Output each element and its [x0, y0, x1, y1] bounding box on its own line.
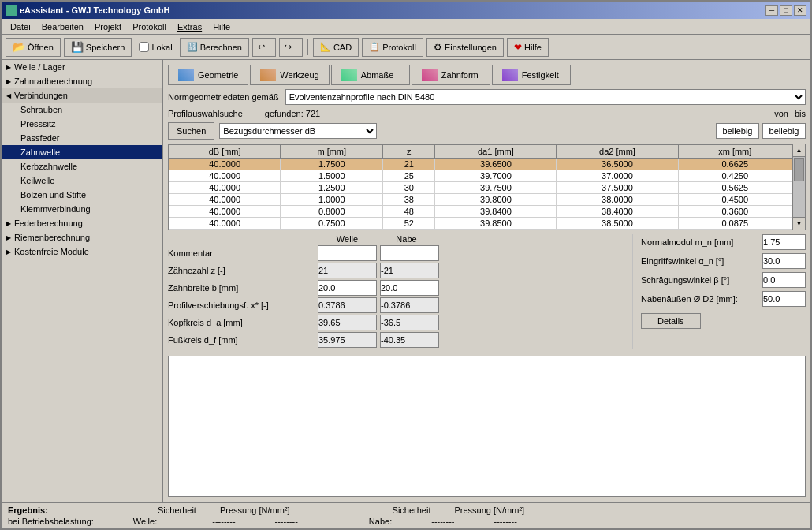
kopfkreis-label: Kopfkreis d_a [mm] — [168, 318, 318, 327]
settings-button[interactable]: ⚙ Einstellungen — [426, 38, 504, 57]
pressung2-header: Pressung [N/mm²] — [454, 506, 524, 515]
profilauswahl-label: Profilauswahlsuche — [168, 109, 243, 118]
open-button[interactable]: 📂 Öffnen — [6, 38, 61, 57]
local-checkbox[interactable] — [139, 42, 149, 52]
table-row[interactable]: 40.0000 1.2500 30 39.7500 37.5000 0.5625 — [169, 182, 792, 194]
redo-button[interactable]: ↪ — [279, 38, 303, 57]
zahnbreite-nabe-input[interactable] — [380, 280, 439, 296]
zahnzahl-welle-input[interactable] — [318, 263, 377, 278]
menu-datei[interactable]: Datei — [6, 21, 35, 33]
col-header-m: m [mm] — [281, 145, 383, 159]
kopfkreis-welle-input[interactable] — [318, 315, 377, 330]
open-icon: 📂 — [13, 41, 25, 53]
bis-input[interactable] — [762, 123, 806, 139]
table-row[interactable]: 40.0000 0.8000 48 39.8400 38.4000 0.3600 — [169, 206, 792, 218]
sidebar-item-klemm[interactable]: Klemmverbindung — [2, 202, 162, 216]
welle-header-label: Welle — [318, 234, 377, 244]
normalmodul-label: Normalmodul m_n [mm] — [641, 237, 733, 247]
sidebar-item-presssitz[interactable]: Presssitz — [2, 117, 162, 131]
kommentar-label: Kommentar — [168, 248, 318, 258]
sidebar-item-zahnwelle[interactable]: Zahnwelle — [2, 145, 162, 159]
nabe-label-bottom: Nabe: — [369, 517, 392, 526]
fusskreis-nabe-input[interactable] — [380, 332, 439, 348]
nabenausen-row: Nabenäußen Ø D2 [mm]: — [641, 291, 806, 307]
sidebar-item-verbindungen[interactable]: ◀ Verbindungen — [2, 88, 162, 103]
sidebar-item-keilwelle[interactable]: Keilwelle — [2, 174, 162, 188]
sidebar-item-riemen[interactable]: ▶ Riemenberechnung — [2, 230, 162, 244]
sidebar-item-passfeder[interactable]: Passfeder — [2, 131, 162, 145]
sidebar-item-kostenfreie[interactable]: ▶ Kostenfreie Module — [2, 244, 162, 259]
zahnbreite-welle-input[interactable] — [318, 280, 377, 296]
scroll-thumb[interactable] — [794, 158, 804, 181]
col-header-db: dB [mm] — [169, 145, 281, 159]
kommentar-nabe-input[interactable] — [380, 245, 439, 261]
nabe-header-label: Nabe — [377, 234, 436, 244]
minimize-button[interactable]: ─ — [765, 5, 778, 16]
right-params: Normalmodul m_n [mm] Eingriffswinkel α_n… — [632, 234, 806, 349]
profilverschiebung-welle-input[interactable] — [318, 297, 377, 313]
search-controls: Suchen Bezugsdurchmesser dB — [168, 122, 806, 140]
schraegungswinkel-input[interactable] — [762, 272, 806, 288]
zahnzahl-nabe-input[interactable] — [380, 263, 439, 278]
geometrie-icon — [178, 69, 194, 81]
table-scroll-container[interactable]: dB [mm] m [mm] z da1 [mm] da2 [mm] xm [m… — [169, 144, 805, 230]
profilverschiebung-nabe-input[interactable] — [380, 297, 439, 313]
sidebar-item-kerbzahnwelle[interactable]: Kerbzahnwelle — [2, 159, 162, 174]
menu-hilfe[interactable]: Hilfe — [208, 21, 235, 33]
calculate-button[interactable]: 🔢 Berechnen — [180, 38, 249, 57]
von-input[interactable] — [716, 123, 759, 139]
undo-button[interactable]: ↩ — [252, 38, 276, 57]
welle-nabe-header: Welle Nabe — [168, 234, 624, 244]
menu-extras[interactable]: Extras — [173, 21, 207, 33]
save-button[interactable]: 💾 Speichern — [64, 38, 132, 57]
norm-select[interactable]: Evolventenzahnprofile nach DIN 5480 — [285, 89, 806, 105]
sidebar-item-zahnrad[interactable]: ▶ Zahnradberechnung — [2, 74, 162, 88]
welle-label-bottom: Welle: — [133, 517, 157, 526]
profilverschiebung-row: Profilverschiebungsf. x* [-] — [168, 297, 624, 313]
abmasse-icon — [341, 69, 357, 81]
kommentar-welle-input[interactable] — [318, 245, 377, 261]
tab-werkzeug[interactable]: Werkzeug — [250, 65, 329, 85]
sidebar-item-feder[interactable]: ▶ Federberechnung — [2, 216, 162, 230]
left-params: Welle Nabe Kommentar Zähnezahl z [-] — [168, 234, 624, 349]
menu-bearbeiten[interactable]: Bearbeiten — [37, 21, 88, 33]
sidebar-item-bolzen[interactable]: Bolzen und Stifte — [2, 188, 162, 202]
results-header: Ergebnis: Sicherheit Pressung [N/mm²] Si… — [8, 506, 804, 515]
search-dropdown[interactable]: Bezugsdurchmesser dB — [219, 123, 377, 139]
protocol-icon: 📋 — [369, 42, 380, 52]
close-button[interactable]: ✕ — [794, 5, 806, 16]
scroll-up-button[interactable]: ▲ — [793, 144, 805, 157]
notes-area[interactable] — [168, 356, 806, 497]
toolbar-separator — [307, 39, 308, 55]
tab-zahnform[interactable]: Zahnform — [412, 65, 490, 85]
eingriffswinkel-input[interactable] — [762, 253, 806, 269]
table-wrapper: dB [mm] m [mm] z da1 [mm] da2 [mm] xm [m… — [168, 144, 806, 230]
arrow-right-icon-2: ▶ — [6, 78, 11, 85]
cad-button[interactable]: 📐 CAD — [313, 38, 359, 57]
menu-protokoll[interactable]: Protokoll — [128, 21, 171, 33]
table-row[interactable]: 40.0000 1.0000 38 39.8000 38.0000 0.4500 — [169, 194, 792, 206]
nabenausen-input[interactable] — [762, 291, 806, 307]
search-button[interactable]: Suchen — [168, 122, 214, 140]
protocol-button[interactable]: 📋 Protokoll — [362, 38, 423, 57]
details-button[interactable]: Details — [641, 313, 701, 329]
tab-geometrie[interactable]: Geometrie — [168, 65, 248, 85]
normalmodul-input[interactable] — [762, 234, 806, 250]
scroll-down-button[interactable]: ▼ — [793, 217, 805, 230]
tab-festigkeit[interactable]: Festigkeit — [492, 65, 571, 85]
fusskreis-label: Fußkreis d_f [mm] — [168, 335, 318, 345]
help-button[interactable]: ❤ Hilfe — [507, 38, 549, 57]
menu-projekt[interactable]: Projekt — [90, 21, 126, 33]
table-row[interactable]: 40.0000 1.7500 21 39.6500 36.5000 0.6625 — [169, 159, 792, 170]
tab-abmasse[interactable]: Abmaße — [331, 65, 410, 85]
sidebar-item-schrauben[interactable]: Schrauben — [2, 103, 162, 117]
sidebar-item-welle-lager[interactable]: ▶ Welle / Lager — [2, 60, 162, 74]
fusskreis-welle-input[interactable] — [318, 332, 377, 348]
local-checkbox-label[interactable]: Lokal — [135, 38, 176, 57]
table-row[interactable]: 40.0000 0.7500 52 39.8500 38.5000 0.0875 — [169, 218, 792, 230]
table-row[interactable]: 40.0000 1.5000 25 39.7000 37.0000 0.4250 — [169, 170, 792, 182]
maximize-button[interactable]: □ — [780, 5, 792, 16]
zahnbreite-row: Zahnbreite b [mm] — [168, 280, 624, 296]
kopfkreis-nabe-input[interactable] — [380, 315, 439, 330]
normalmodul-row: Normalmodul m_n [mm] — [641, 234, 806, 250]
